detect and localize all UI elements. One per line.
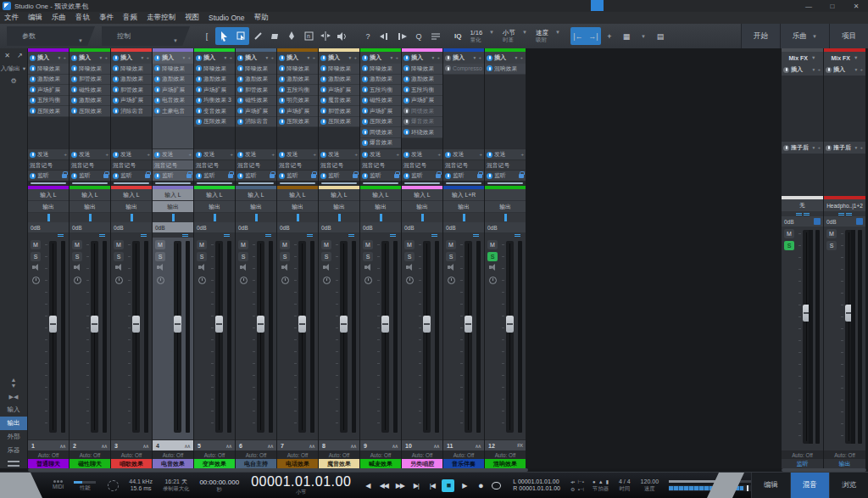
insert-slot[interactable]: 土豪电音: [153, 106, 193, 117]
volume-value[interactable]: 0dB: [72, 225, 82, 231]
monitor-row[interactable]: 监听: [443, 170, 484, 181]
speaker-icon[interactable]: [281, 264, 289, 271]
insert-slot[interactable]: 降噪效果: [70, 64, 110, 75]
channel-strip-2[interactable]: 插入▾ + 降噪效果胆管效果磁性效果激励效果压限效果 发送+ 混音记号 监听 输…: [70, 48, 110, 468]
power-icon[interactable]: [362, 173, 368, 179]
solo-button[interactable]: S: [31, 252, 41, 261]
chevron-add-icons[interactable]: ▾ +: [390, 55, 399, 60]
channel-strip-4[interactable]: 插入▾ + 降噪效果激励效果声场扩展电音效果土豪电音 发送+ 混音记号 监听 输…: [153, 48, 193, 468]
power-icon[interactable]: [196, 65, 202, 71]
power-icon[interactable]: [30, 108, 36, 114]
sends-header[interactable]: 发送+: [194, 148, 235, 159]
hamburger-icon[interactable]: [8, 461, 19, 467]
input-button[interactable]: 输入 L: [70, 189, 110, 200]
automation-mode[interactable]: Auto: Off: [485, 450, 526, 459]
rail-nav-乐器[interactable]: 乐器: [0, 444, 27, 457]
power-icon[interactable]: [113, 65, 119, 71]
power-icon[interactable]: [113, 108, 119, 114]
channel-name[interactable]: 普通聊天: [28, 459, 69, 468]
insert-slot[interactable]: 激励效果: [277, 75, 318, 86]
sends-header[interactable]: 发送+: [402, 148, 442, 159]
chevron-add-icons[interactable]: ▾ +: [224, 55, 233, 60]
timecode-display[interactable]: 00:00:00.000 秒: [199, 478, 239, 492]
input-button[interactable]: 输入 L+R: [443, 189, 484, 200]
power-icon[interactable]: [237, 76, 243, 82]
record-button[interactable]: ●: [474, 479, 487, 492]
power-icon[interactable]: [154, 76, 160, 82]
power-icon[interactable]: [196, 87, 202, 92]
insert-slot[interactable]: 压限效果: [28, 106, 69, 117]
sends-header[interactable]: 发送+: [153, 148, 193, 159]
power-icon[interactable]: [403, 55, 409, 61]
maximize-button[interactable]: □: [821, 0, 844, 12]
insert-slot[interactable]: 胆管效果: [111, 85, 152, 96]
page-button-1[interactable]: 乐曲▼: [780, 24, 829, 48]
marker-next-button[interactable]: ▶|: [409, 479, 422, 492]
close-button[interactable]: ✕: [844, 0, 868, 12]
return-to-start-button[interactable]: |◀: [426, 479, 438, 492]
power-icon[interactable]: [279, 108, 285, 114]
insert-slot[interactable]: 激励效果: [111, 75, 152, 86]
power-icon[interactable]: [30, 55, 36, 61]
automation-mode[interactable]: Auto: Off: [236, 450, 276, 459]
chevron-add-icons[interactable]: ▾ +: [307, 55, 316, 60]
mute-button[interactable]: M: [280, 240, 290, 249]
performance-indicator[interactable]: 性能: [74, 480, 96, 490]
knob-icon[interactable]: [198, 277, 206, 284]
volume-value[interactable]: 0dB: [238, 225, 248, 231]
solo-button[interactable]: S: [321, 252, 331, 261]
knob-icon[interactable]: [489, 277, 497, 284]
add-icon[interactable]: +: [188, 152, 192, 157]
audio-settings[interactable]: 44.1 kHz 15.6 ms: [129, 478, 153, 492]
output-button[interactable]: 输出: [319, 201, 359, 212]
pencil-tool-icon[interactable]: [249, 27, 266, 45]
page-button-2[interactable]: 项目: [829, 24, 868, 48]
solo-button[interactable]: S: [114, 252, 124, 261]
fader[interactable]: [132, 241, 140, 433]
speaker-icon[interactable]: [406, 264, 414, 271]
channel-number[interactable]: 9∧∧: [360, 439, 401, 450]
channel-number[interactable]: 1∧∧: [28, 439, 69, 450]
arrow-tool-icon[interactable]: [215, 27, 232, 45]
menu-item[interactable]: 音频: [123, 13, 137, 23]
insert-slot[interactable]: 消除齿音: [111, 106, 152, 117]
add-icon[interactable]: +: [313, 152, 316, 157]
power-icon[interactable]: [30, 87, 36, 92]
insert-slot[interactable]: 激励效果: [153, 75, 193, 86]
knob-icon[interactable]: [364, 277, 372, 284]
control-dropdown[interactable]: 控制▼: [102, 26, 190, 46]
inserts-header[interactable]: 插入▾ +: [443, 52, 484, 64]
page-编辑[interactable]: 编辑: [751, 473, 790, 498]
insert-slot[interactable]: 压限效果: [360, 117, 401, 128]
power-icon[interactable]: [362, 152, 368, 158]
postfader-header[interactable]: 推子后▾ +: [824, 142, 865, 154]
input-button[interactable]: [485, 189, 526, 200]
fader[interactable]: [465, 241, 472, 433]
channel-strip-9[interactable]: 插入▾ + 降噪效果激励效果五段均衡磁性效果声场扩展压限效果回馈效果爆音效果 发…: [360, 48, 401, 468]
power-icon[interactable]: [237, 55, 243, 61]
monitor-row[interactable]: 监听: [485, 170, 526, 181]
volume-value[interactable]: 0dB: [404, 225, 415, 231]
power-icon[interactable]: [30, 65, 36, 71]
insert-slot[interactable]: 魔音效果: [319, 96, 359, 107]
page-混音[interactable]: 混音: [790, 473, 829, 498]
fader-handle[interactable]: [298, 316, 306, 333]
power-icon[interactable]: [403, 119, 409, 125]
mix-notation[interactable]: 混音记号: [319, 159, 359, 170]
mute-button[interactable]: M: [72, 240, 82, 249]
channel-number[interactable]: 11∧∧: [443, 439, 484, 450]
power-icon[interactable]: [237, 108, 243, 114]
power-icon[interactable]: [279, 119, 285, 125]
fader-handle[interactable]: [340, 316, 348, 333]
fader-handle[interactable]: [381, 316, 389, 333]
monitor-row[interactable]: 监听: [70, 170, 110, 181]
input-button[interactable]: 输入 L: [236, 189, 276, 200]
pan-control[interactable]: [443, 213, 484, 222]
channel-name[interactable]: 电话效果: [277, 459, 318, 468]
volume-value[interactable]: 0dB: [363, 225, 373, 231]
power-icon[interactable]: [320, 152, 326, 158]
punch-in-icon[interactable]: [376, 27, 393, 45]
pin-icon[interactable]: ↗: [17, 52, 23, 59]
power-icon[interactable]: [154, 87, 160, 92]
insert-slot[interactable]: 五段均衡: [28, 96, 69, 107]
